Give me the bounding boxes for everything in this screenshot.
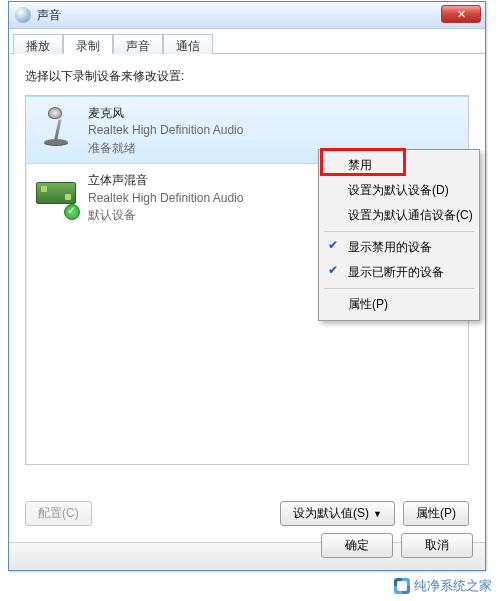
cancel-button[interactable]: 取消: [401, 533, 473, 558]
watermark-text: 纯净系统之家: [414, 577, 492, 595]
close-button[interactable]: ✕: [441, 5, 481, 23]
microphone-icon: [34, 105, 78, 149]
device-driver: Realtek High Definition Audio: [88, 122, 243, 139]
device-name: 立体声混音: [88, 172, 243, 189]
tab-sounds[interactable]: 声音: [113, 34, 163, 54]
tab-recording[interactable]: 录制: [63, 34, 113, 54]
watermark: 纯净系统之家: [394, 577, 492, 595]
instruction-text: 选择以下录制设备来修改设置:: [25, 68, 469, 85]
ctx-properties[interactable]: 属性(P): [322, 292, 476, 317]
ctx-show-disconnected[interactable]: ✔ 显示已断开的设备: [322, 260, 476, 285]
context-menu[interactable]: 禁用 设置为默认设备(D) 设置为默认通信设备(C) ✔ 显示禁用的设备 ✔ 显…: [318, 149, 480, 321]
chevron-down-icon: ▼: [373, 509, 382, 519]
check-icon: ✔: [328, 238, 338, 252]
window-title: 声音: [37, 7, 61, 24]
properties-button[interactable]: 属性(P): [403, 501, 469, 526]
check-icon: ✔: [328, 263, 338, 277]
device-status: 默认设备: [88, 207, 243, 224]
ctx-separator: [324, 288, 474, 289]
ctx-show-disabled[interactable]: ✔ 显示禁用的设备: [322, 235, 476, 260]
ok-button[interactable]: 确定: [321, 533, 393, 558]
ctx-label: 显示禁用的设备: [348, 240, 432, 254]
ctx-set-default[interactable]: 设置为默认设备(D): [322, 178, 476, 203]
device-action-buttons: 配置(C) 设为默认值(S)▼ 属性(P): [25, 501, 469, 526]
tab-communications[interactable]: 通信: [163, 34, 213, 54]
device-text: 麦克风 Realtek High Definition Audio 准备就绪: [88, 105, 243, 157]
ctx-set-default-comm[interactable]: 设置为默认通信设备(C): [322, 203, 476, 228]
sound-icon: [15, 7, 31, 23]
tabstrip: 播放 录制 声音 通信: [9, 29, 485, 54]
device-status: 准备就绪: [88, 140, 243, 157]
dialog-buttons: 确定 取消: [315, 527, 479, 564]
titlebar[interactable]: 声音 ✕: [9, 2, 485, 29]
tab-playback[interactable]: 播放: [13, 34, 63, 54]
configure-button[interactable]: 配置(C): [25, 501, 92, 526]
set-default-label: 设为默认值(S): [293, 506, 369, 520]
device-name: 麦克风: [88, 105, 243, 122]
soundcard-icon: [34, 172, 78, 216]
ctx-label: 显示已断开的设备: [348, 265, 444, 279]
set-default-button[interactable]: 设为默认值(S)▼: [280, 501, 395, 526]
watermark-logo-icon: [394, 578, 410, 594]
ctx-disable[interactable]: 禁用: [322, 153, 476, 178]
ctx-separator: [324, 231, 474, 232]
device-driver: Realtek High Definition Audio: [88, 190, 243, 207]
device-text: 立体声混音 Realtek High Definition Audio 默认设备: [88, 172, 243, 224]
